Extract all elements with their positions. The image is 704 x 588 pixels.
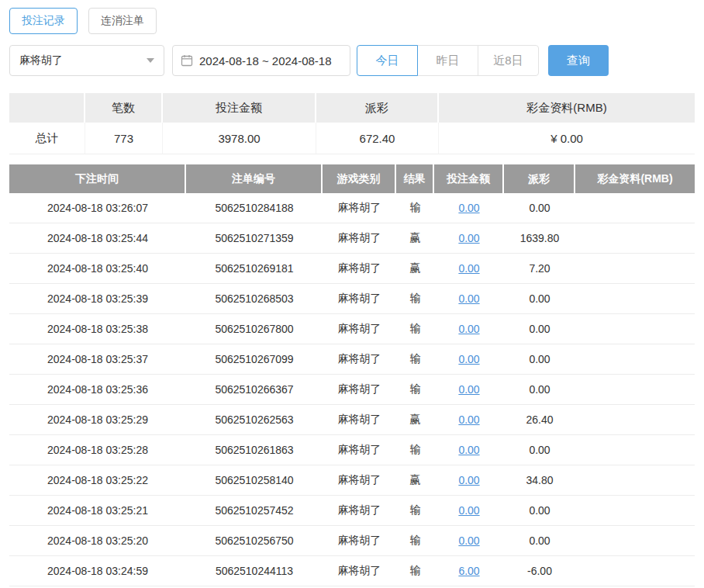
bet-amount-link[interactable]: 0.00 bbox=[458, 353, 479, 365]
bonus-cell bbox=[575, 405, 695, 434]
summary-total-row: 总计 773 3978.00 672.40 ¥ 0.00 bbox=[9, 123, 695, 154]
order-id-cell: 5062510267800 bbox=[186, 314, 323, 344]
table-row: 2024-08-18 03:25:36 5062510266367 麻将胡了 输… bbox=[9, 375, 695, 405]
bet-amount-link[interactable]: 0.00 bbox=[458, 262, 479, 275]
summary-header-blank bbox=[9, 93, 85, 123]
payout-cell: 0.00 bbox=[504, 526, 575, 555]
order-id-cell: 5062510269181 bbox=[186, 254, 323, 283]
bet-amount-link[interactable]: 0.00 bbox=[458, 444, 479, 456]
summary-header-count: 笔数 bbox=[85, 93, 163, 123]
result-cell: 赢 bbox=[396, 254, 434, 283]
bet-amount-cell: 0.00 bbox=[434, 465, 504, 495]
payout-cell: 26.40 bbox=[504, 405, 575, 434]
bet-time-cell: 2024-08-18 03:25:29 bbox=[9, 405, 186, 434]
bet-time-cell: 2024-08-18 03:25:37 bbox=[9, 344, 186, 374]
summary-table: 笔数 投注金额 派彩 彩金资料(RMB) 总计 773 3978.00 672.… bbox=[9, 93, 695, 154]
tab-cancelled-orders[interactable]: 连消注单 bbox=[88, 8, 157, 34]
game-type-cell: 麻将胡了 bbox=[323, 193, 396, 223]
bet-amount-cell: 0.00 bbox=[434, 375, 504, 404]
table-row: 2024-08-18 03:24:59 5062510244113 麻将胡了 输… bbox=[9, 556, 695, 586]
tab-bet-records[interactable]: 投注记录 bbox=[9, 8, 78, 34]
bet-amount-link[interactable]: 6.00 bbox=[458, 565, 479, 577]
order-id-cell: 5062510284188 bbox=[186, 193, 323, 223]
bonus-cell bbox=[575, 496, 695, 525]
bet-amount-link[interactable]: 0.00 bbox=[458, 383, 479, 396]
summary-payout-value: 672.40 bbox=[316, 123, 439, 154]
game-type-cell: 麻将胡了 bbox=[323, 284, 396, 313]
summary-header-row: 笔数 投注金额 派彩 彩金资料(RMB) bbox=[9, 93, 695, 123]
bet-amount-cell: 0.00 bbox=[434, 405, 504, 434]
result-cell: 输 bbox=[396, 435, 434, 465]
bonus-cell bbox=[575, 526, 695, 555]
summary-header-payout: 派彩 bbox=[316, 93, 439, 123]
order-id-cell: 5062510257452 bbox=[186, 496, 323, 525]
bet-amount-link[interactable]: 0.00 bbox=[458, 534, 479, 547]
bet-amount-link[interactable]: 0.00 bbox=[458, 474, 479, 486]
header-bet-time: 下注时间 bbox=[9, 164, 186, 193]
table-row: 2024-08-18 03:25:21 5062510257452 麻将胡了 输… bbox=[9, 496, 695, 526]
table-row: 2024-08-18 03:25:44 5062510271359 麻将胡了 赢… bbox=[9, 223, 695, 254]
game-type-cell: 麻将胡了 bbox=[323, 496, 396, 525]
bonus-cell bbox=[575, 314, 695, 344]
summary-bet-value: 3978.00 bbox=[163, 123, 316, 154]
date-range-value: 2024-08-18 ~ 2024-08-18 bbox=[199, 54, 332, 67]
bet-amount-link[interactable]: 0.00 bbox=[458, 292, 479, 305]
table-row: 2024-08-18 03:25:22 5062510258140 麻将胡了 赢… bbox=[9, 465, 695, 496]
quick-yesterday-button[interactable]: 昨日 bbox=[417, 45, 478, 76]
bonus-cell bbox=[575, 254, 695, 283]
date-range-picker[interactable]: 2024-08-18 ~ 2024-08-18 bbox=[172, 45, 350, 76]
bet-amount-link[interactable]: 0.00 bbox=[458, 413, 479, 426]
quick-today-button[interactable]: 今日 bbox=[357, 45, 418, 76]
game-type-cell: 麻将胡了 bbox=[323, 223, 396, 253]
game-type-cell: 麻将胡了 bbox=[323, 344, 396, 374]
bet-amount-link[interactable]: 0.00 bbox=[458, 202, 479, 214]
payout-cell: 0.00 bbox=[504, 284, 575, 313]
payout-cell: 0.00 bbox=[504, 193, 575, 223]
bet-time-cell: 2024-08-18 03:24:59 bbox=[9, 556, 186, 586]
bet-time-cell: 2024-08-18 03:25:40 bbox=[9, 254, 186, 283]
order-id-cell: 5062510267099 bbox=[186, 344, 323, 374]
bet-amount-cell: 0.00 bbox=[434, 526, 504, 555]
bet-amount-cell: 0.00 bbox=[434, 223, 504, 253]
bet-time-cell: 2024-08-18 03:25:28 bbox=[9, 435, 186, 465]
bet-amount-link[interactable]: 0.00 bbox=[458, 323, 479, 335]
game-type-cell: 麻将胡了 bbox=[323, 314, 396, 344]
bet-table: 下注时间 注单编号 游戏类别 结果 投注金额 派彩 彩金资料(RMB) 2024… bbox=[9, 164, 695, 588]
header-order-id: 注单编号 bbox=[186, 164, 323, 193]
bet-time-cell: 2024-08-18 03:25:36 bbox=[9, 375, 186, 404]
bet-amount-link[interactable]: 0.00 bbox=[458, 504, 479, 517]
bonus-cell bbox=[575, 284, 695, 313]
bet-time-cell: 2024-08-18 03:25:22 bbox=[9, 465, 186, 495]
bet-time-cell: 2024-08-18 03:26:07 bbox=[9, 193, 186, 223]
search-button[interactable]: 查询 bbox=[548, 45, 609, 76]
bet-time-cell: 2024-08-18 03:25:38 bbox=[9, 314, 186, 344]
table-row: 2024-08-18 03:25:29 5062510262563 麻将胡了 赢… bbox=[9, 405, 695, 435]
bonus-cell bbox=[575, 344, 695, 374]
summary-count-value: 773 bbox=[85, 123, 163, 154]
table-row: 2024-08-18 03:26:07 5062510284188 麻将胡了 输… bbox=[9, 193, 695, 223]
table-row: 2024-08-18 03:25:28 5062510261863 麻将胡了 输… bbox=[9, 435, 695, 465]
bet-amount-link[interactable]: 0.00 bbox=[458, 232, 479, 244]
result-cell: 输 bbox=[396, 284, 434, 313]
summary-header-bet: 投注金额 bbox=[163, 93, 316, 123]
header-game-type: 游戏类别 bbox=[323, 164, 396, 193]
bonus-cell bbox=[575, 375, 695, 404]
result-cell: 输 bbox=[396, 314, 434, 344]
result-cell: 输 bbox=[396, 375, 434, 404]
bonus-cell bbox=[575, 193, 695, 223]
game-select[interactable]: 麻将胡了 bbox=[9, 45, 164, 76]
order-id-cell: 5062510266367 bbox=[186, 375, 323, 404]
result-cell: 输 bbox=[396, 496, 434, 525]
bet-time-cell: 2024-08-18 03:25:20 bbox=[9, 526, 186, 555]
game-type-cell: 麻将胡了 bbox=[323, 526, 396, 555]
result-cell: 赢 bbox=[396, 223, 434, 253]
bet-amount-cell: 0.00 bbox=[434, 435, 504, 465]
bonus-cell bbox=[575, 435, 695, 465]
table-row: 2024-08-18 03:25:37 5062510267099 麻将胡了 输… bbox=[9, 344, 695, 375]
bonus-cell bbox=[575, 465, 695, 495]
bet-time-cell: 2024-08-18 03:25:21 bbox=[9, 496, 186, 525]
bonus-cell bbox=[575, 556, 695, 586]
chevron-down-icon bbox=[147, 58, 154, 63]
quick-last8days-button[interactable]: 近8日 bbox=[478, 45, 539, 76]
bet-table-header: 下注时间 注单编号 游戏类别 结果 投注金额 派彩 彩金资料(RMB) bbox=[9, 164, 695, 193]
